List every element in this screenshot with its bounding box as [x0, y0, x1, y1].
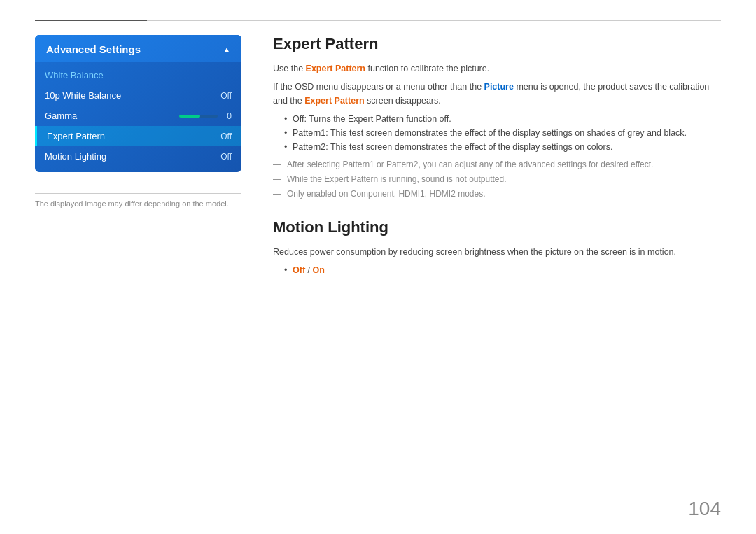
menu-items-list: White Balance 10p White Balance Off Gamm… — [35, 62, 241, 172]
dash-note-2: While the Expert Pattern is running, sou… — [273, 173, 721, 186]
10p-white-balance-label: 10p White Balance — [45, 90, 121, 101]
white-balance-label: White Balance — [45, 70, 104, 80]
bullet-pattern2-bold: Pattern2 — [293, 142, 326, 152]
expert-pattern-intro2: If the OSD menu disappears or a menu oth… — [273, 80, 721, 108]
left-panel: Advanced Settings ▲ White Balance 10p Wh… — [35, 35, 241, 208]
pattern1-ref: Pattern1 — [342, 160, 374, 169]
component-ref: Component — [351, 189, 394, 199]
ep-ref-running: Expert Pattern — [324, 174, 378, 184]
gamma-bar — [179, 115, 218, 118]
gamma-value: 0 — [223, 111, 232, 121]
menu-item-10p-white-balance[interactable]: 10p White Balance Off — [35, 85, 241, 106]
motion-lighting-section: Motion Lighting Reduces power consumptio… — [273, 218, 721, 277]
bullet-pattern2: Pattern2: This test screen demonstrates … — [284, 140, 721, 154]
page-number: 104 — [688, 498, 721, 520]
expert-pattern-intro1: Use the Expert Pattern function to calib… — [273, 62, 721, 76]
advanced-settings-header: Advanced Settings ▲ — [35, 35, 241, 62]
top-decorative-lines — [35, 20, 721, 21]
expert-pattern-highlight-1: Expert Pattern — [306, 64, 365, 73]
bullet-off: Off: Turns the Expert Pattern function o… — [284, 112, 721, 126]
motion-lighting-value: Off — [220, 152, 232, 162]
motion-lighting-title: Motion Lighting — [273, 218, 721, 237]
motion-lighting-slash: / — [305, 265, 312, 275]
gamma-bar-fill — [179, 115, 200, 118]
chevron-up-icon: ▲ — [223, 45, 230, 53]
top-line-light — [147, 20, 721, 21]
bullet-pattern1: Pattern1: This test screen demonstrates … — [284, 126, 721, 140]
expert-pattern-title: Expert Pattern — [273, 35, 721, 53]
motion-lighting-off-on: Off / On — [284, 263, 721, 277]
menu-item-gamma[interactable]: Gamma 0 — [35, 106, 241, 126]
expert-pattern-label: Expert Pattern — [47, 131, 105, 141]
bullet-off-ep: Expert Pattern — [348, 114, 404, 124]
10p-white-balance-value: Off — [220, 91, 232, 101]
right-content: Expert Pattern Use the Expert Pattern fu… — [273, 35, 721, 281]
bullet-off-bold: Off — [293, 114, 304, 124]
hdmi1-ref: HDMI1 — [398, 189, 424, 199]
motion-lighting-bullets: Off / On — [284, 263, 721, 277]
motion-lighting-description: Reduces power consumption by reducing sc… — [273, 245, 721, 259]
advanced-settings-title: Advanced Settings — [46, 43, 141, 55]
gamma-label: Gamma — [45, 111, 77, 121]
menu-item-expert-pattern[interactable]: Expert Pattern Off — [35, 126, 241, 146]
bottom-note-divider: The displayed image may differ depending… — [35, 193, 241, 208]
dash-note-1: After selecting Pattern1 or Pattern2, yo… — [273, 158, 721, 171]
expert-pattern-section: Expert Pattern Use the Expert Pattern fu… — [273, 35, 721, 202]
hdmi2-ref: HDMI2 — [429, 189, 455, 199]
advanced-settings-box: Advanced Settings ▲ White Balance 10p Wh… — [35, 35, 241, 172]
expert-pattern-highlight-2: Expert Pattern — [304, 96, 364, 106]
menu-item-white-balance[interactable]: White Balance — [35, 65, 241, 85]
menu-item-motion-lighting[interactable]: Motion Lighting Off — [35, 146, 241, 167]
pattern2-ref: Pattern2 — [386, 160, 418, 169]
motion-lighting-on: On — [312, 265, 324, 275]
dash-note-3: Only enabled on Component, HDMI1, HDMI2 … — [273, 188, 721, 201]
gamma-bar-container: 0 — [179, 111, 232, 121]
picture-highlight: Picture — [484, 82, 514, 92]
bottom-note: The displayed image may differ depending… — [35, 199, 241, 208]
motion-lighting-off: Off — [293, 265, 305, 275]
bullet-pattern1-bold: Pattern1 — [293, 128, 326, 138]
top-line-dark — [35, 20, 147, 21]
expert-pattern-bullets: Off: Turns the Expert Pattern function o… — [284, 112, 721, 154]
expert-pattern-value: Off — [220, 132, 232, 141]
motion-lighting-label: Motion Lighting — [45, 151, 106, 162]
